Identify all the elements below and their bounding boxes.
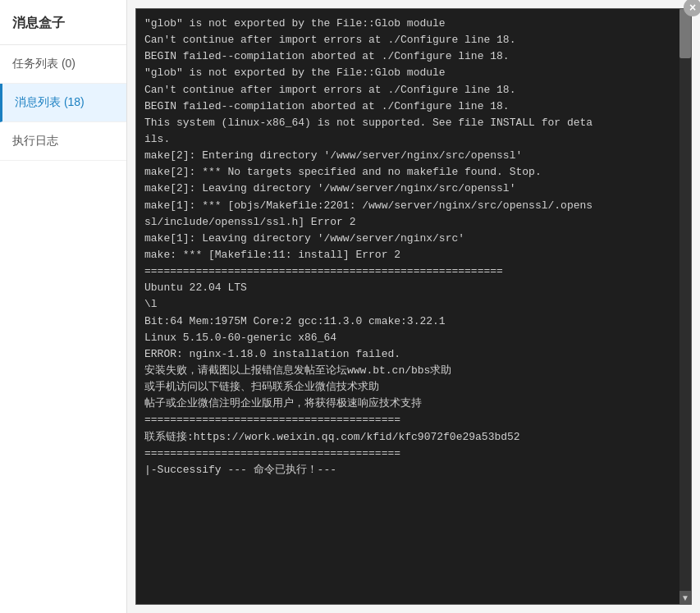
terminal-content: "glob" is not exported by the File::Glob… bbox=[136, 9, 691, 604]
scrollbar-track: ▲ ▼ bbox=[679, 9, 691, 604]
scrollbar-arrow-down[interactable]: ▼ bbox=[679, 591, 691, 604]
close-button[interactable]: × bbox=[684, 0, 700, 16]
sidebar-title: 消息盒子 bbox=[0, 0, 126, 45]
app-container: 消息盒子 任务列表 (0) 消息列表 (18) 执行日志 × "glob" is… bbox=[0, 0, 700, 613]
sidebar-item-logs[interactable]: 执行日志 bbox=[0, 122, 126, 161]
terminal-wrapper: "glob" is not exported by the File::Glob… bbox=[135, 8, 692, 605]
scrollbar-thumb[interactable] bbox=[679, 9, 691, 58]
sidebar-item-messages[interactable]: 消息列表 (18) bbox=[0, 84, 126, 122]
sidebar: 消息盒子 任务列表 (0) 消息列表 (18) 执行日志 bbox=[0, 0, 127, 613]
sidebar-item-tasks[interactable]: 任务列表 (0) bbox=[0, 45, 126, 84]
main-content: × "glob" is not exported by the File::Gl… bbox=[127, 0, 700, 613]
